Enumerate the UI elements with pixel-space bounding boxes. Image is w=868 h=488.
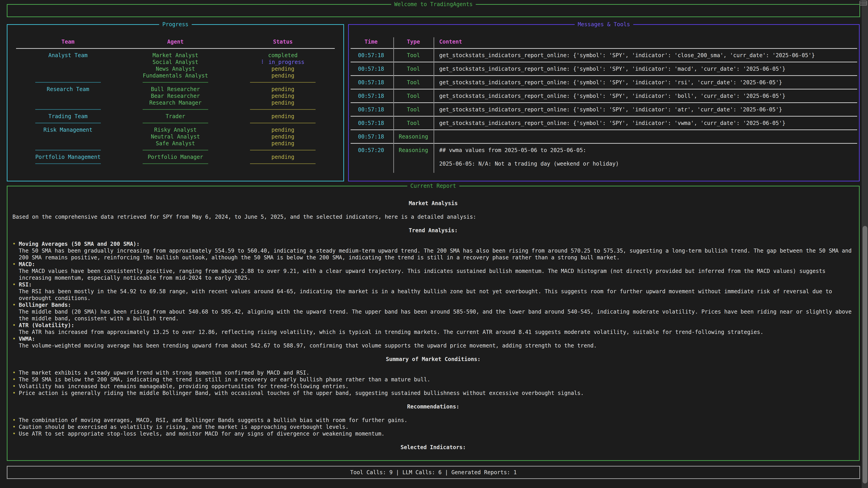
type-cell: Tool <box>393 93 434 99</box>
status-label: pending <box>272 86 294 92</box>
status-label: pending <box>272 140 294 147</box>
report-bullet-list: •The combination of moving averages, MAC… <box>7 417 859 437</box>
status-cell: pending <box>229 99 337 106</box>
group-separator <box>229 160 337 167</box>
group-separator <box>14 106 122 113</box>
status-label: pending <box>272 154 294 160</box>
row-separator <box>349 59 859 66</box>
bullet-text: Use ATR to set appropriate stop-loss lev… <box>19 430 852 437</box>
bullet-text: The 50 SMA is below the 200 SMA, indicat… <box>19 376 852 383</box>
bullet-icon: • <box>12 369 16 376</box>
report-panel: Current Report Market AnalysisBased on t… <box>7 186 860 461</box>
bullet-label: MACD: <box>19 261 852 268</box>
report-content: Market AnalysisBased on the comprehensiv… <box>7 186 859 451</box>
scrollbar-thumb[interactable] <box>863 226 867 484</box>
spinner-icon: ⠇ <box>261 59 269 65</box>
row-separator <box>349 140 859 147</box>
report-heading: Market Analysis <box>7 200 859 207</box>
messages-header-type: Type <box>393 38 434 45</box>
progress-header-agent: Agent <box>122 38 229 45</box>
status-label: completed <box>268 52 298 59</box>
team-cell <box>14 72 122 79</box>
report-bullet: •Caution should be exercised as volatili… <box>7 424 859 430</box>
group-separator <box>14 147 122 154</box>
bullet-text: The MACD values have been consistently p… <box>19 268 852 281</box>
team-cell: Trading Team <box>14 113 122 120</box>
agent-cell: Bull Researcher <box>122 86 229 93</box>
scrollbar-menu-icon[interactable] <box>860 1 867 6</box>
content-line: get_stockstats_indicators_report_online:… <box>439 79 859 86</box>
report-bullet: •Moving Averages (50 SMA and 200 SMA):Th… <box>7 240 859 261</box>
team-cell: Portfolio Management <box>14 154 122 160</box>
progress-header-team: Team <box>14 38 122 45</box>
content-cell: get_stockstats_indicators_report_online:… <box>434 120 859 127</box>
report-bullet: •Volatility has increased but remains ma… <box>7 383 859 390</box>
bullet-icon: • <box>12 390 16 396</box>
content-line: 2025-06-05: N/A: Not a trading day (week… <box>439 160 859 167</box>
status-cell: pending <box>229 154 337 160</box>
content-cell: get_stockstats_indicators_report_online:… <box>434 66 859 72</box>
bullet-icon: • <box>12 302 16 308</box>
group-separator <box>14 120 122 127</box>
time-cell: 00:57:18 <box>349 133 393 140</box>
team-cell <box>14 140 122 147</box>
type-cell: Reasoning <box>393 147 434 167</box>
agent-cell: Fundamentals Analyst <box>122 72 229 79</box>
bullet-text: The 50 SMA has been gradually increasing… <box>19 248 852 261</box>
agent-cell: Safe Analyst <box>122 140 229 147</box>
bullet-icon: • <box>12 417 16 424</box>
type-cell: Tool <box>393 79 434 86</box>
bullet-text: Volatility has increased but remains man… <box>19 383 852 390</box>
content-line: get_stockstats_indicators_report_online:… <box>439 52 859 59</box>
content-line <box>439 154 859 160</box>
report-bullet-list: •Moving Averages (50 SMA and 200 SMA):Th… <box>7 240 859 349</box>
bullet-label: RSI: <box>19 281 852 288</box>
messages-panel: Messages & Tools TimeTypeContent00:57:18… <box>348 24 860 182</box>
content-line: ## vwma values from 2025-05-06 to 2025-0… <box>439 147 859 154</box>
bullet-text: The middle band (20 SMA) has been rising… <box>19 308 852 322</box>
bullet-text: The ATR has increased from approximately… <box>19 329 852 335</box>
status-label: pending <box>272 133 294 140</box>
row-separator <box>349 86 859 93</box>
type-cell: Tool <box>393 120 434 127</box>
group-separator <box>122 106 229 113</box>
time-cell: 00:57:18 <box>349 93 393 99</box>
messages-header-content: Content <box>434 38 859 45</box>
report-bullet-list: •The market exhibits a steady upward tre… <box>7 369 859 396</box>
report-heading: Trend Analysis: <box>7 227 859 234</box>
status-label: pending <box>272 127 294 133</box>
bullet-text: Caution should be exercised as volatilit… <box>19 424 852 430</box>
progress-panel-title: Progress <box>159 21 192 28</box>
time-cell: 00:57:18 <box>349 106 393 113</box>
content-cell: get_stockstats_indicators_report_online:… <box>434 52 859 59</box>
progress-table: TeamAgentStatusAnalyst TeamMarket Analys… <box>7 25 343 167</box>
content-cell: get_stockstats_indicators_report_online:… <box>434 93 859 99</box>
bullet-icon: • <box>12 322 16 329</box>
agent-cell: Research Manager <box>122 99 229 106</box>
time-cell: 00:57:18 <box>349 52 393 59</box>
report-heading: Summary of Market Conditions: <box>7 356 859 363</box>
status-cell: pending <box>229 133 337 140</box>
status-cell: pending <box>229 86 337 93</box>
status-label: pending <box>272 72 294 79</box>
bullet-icon: • <box>12 261 16 268</box>
bullet-icon: • <box>12 281 16 288</box>
status-cell: pending <box>229 127 337 133</box>
report-heading: Recommendations: <box>7 403 859 410</box>
status-cell: pending <box>229 140 337 147</box>
bullet-icon: • <box>12 424 16 430</box>
team-cell: Analyst Team <box>14 52 122 59</box>
status-cell: completed <box>229 52 337 59</box>
row-separator <box>349 99 859 106</box>
status-cell: pending <box>229 113 337 120</box>
report-panel-title: Current Report <box>407 182 459 190</box>
bullet-text: The combination of moving averages, MACD… <box>19 417 852 424</box>
report-bullet: •ATR (Volatility):The ATR has increased … <box>7 322 859 335</box>
team-cell <box>14 93 122 99</box>
status-label: pending <box>272 113 294 120</box>
header-separator <box>14 45 337 52</box>
group-separator <box>14 160 122 167</box>
report-bullet: •RSI:The RSI has been mostly in the 54.9… <box>7 281 859 302</box>
status-cell: pending <box>229 93 337 99</box>
time-cell: 00:57:18 <box>349 66 393 72</box>
